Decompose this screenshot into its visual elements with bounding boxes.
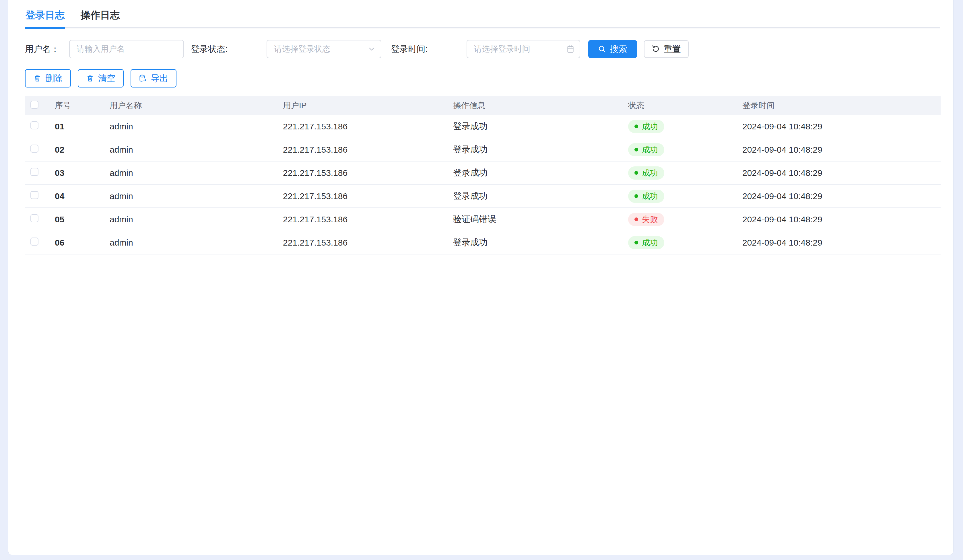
trash-x-icon — [86, 74, 94, 83]
table-row: 06 admin 221.217.153.186 登录成功 成功 2024-09… — [25, 231, 940, 254]
status-badge-label: 成功 — [642, 168, 658, 178]
status-badge: 成功 — [628, 236, 664, 249]
tab-login-log-label: 登录日志 — [26, 10, 65, 20]
table-row: 05 admin 221.217.153.186 验证码错误 失败 2024-0… — [25, 208, 940, 231]
export-database-icon — [139, 74, 147, 83]
status-badge: 成功 — [628, 143, 664, 156]
table-row: 01 admin 221.217.153.186 登录成功 成功 2024-09… — [25, 115, 940, 138]
row-operation-info: 登录成功 — [453, 120, 628, 132]
row-login-time: 2024-09-04 10:48:29 — [743, 238, 940, 248]
calendar-icon — [566, 44, 575, 53]
row-operation-info: 登录成功 — [453, 237, 628, 248]
status-badge: 成功 — [628, 167, 664, 180]
row-serial: 06 — [55, 238, 110, 248]
row-username: admin — [110, 191, 283, 201]
username-input[interactable] — [69, 40, 184, 58]
row-username: admin — [110, 238, 283, 248]
row-user-ip: 221.217.153.186 — [283, 215, 453, 224]
tab-operation-log[interactable]: 操作日志 — [80, 4, 120, 29]
delete-button-label: 删除 — [45, 73, 63, 84]
row-checkbox[interactable] — [31, 121, 39, 129]
status-badge: 成功 — [628, 189, 664, 203]
reset-button-label: 重置 — [664, 43, 681, 55]
status-dot-icon — [634, 241, 638, 244]
table-row: 04 admin 221.217.153.186 登录成功 成功 2024-09… — [25, 185, 940, 208]
row-checkbox[interactable] — [31, 168, 39, 176]
clear-button-label: 清空 — [98, 73, 115, 84]
row-checkbox[interactable] — [31, 191, 39, 199]
row-serial: 01 — [55, 121, 110, 131]
row-login-time: 2024-09-04 10:48:29 — [743, 215, 940, 224]
search-button-label: 搜索 — [610, 43, 627, 55]
row-operation-info: 登录成功 — [453, 190, 628, 202]
clear-button[interactable]: 清空 — [78, 69, 124, 87]
row-username: admin — [110, 215, 283, 224]
row-serial: 05 — [55, 215, 110, 224]
table-row: 02 admin 221.217.153.186 登录成功 成功 2024-09… — [25, 138, 940, 162]
status-dot-icon — [634, 171, 638, 175]
row-login-time: 2024-09-04 10:48:29 — [743, 121, 940, 131]
row-username: admin — [110, 121, 283, 131]
search-icon — [598, 45, 606, 53]
username-field-wrap — [69, 40, 184, 58]
tab-operation-log-label: 操作日志 — [81, 10, 120, 20]
row-username: admin — [110, 168, 283, 178]
row-operation-info: 登录成功 — [453, 144, 628, 155]
header-user-ip: 用户IP — [283, 100, 453, 111]
delete-button[interactable]: 删除 — [25, 69, 71, 87]
action-bar: 删除 清空 导出 — [25, 69, 940, 87]
status-badge: 失败 — [628, 213, 664, 226]
status-badge-label: 成功 — [642, 144, 658, 155]
search-button[interactable]: 搜索 — [588, 40, 637, 58]
table-header-row: 序号 用户名称 用户IP 操作信息 状态 登录时间 — [25, 96, 940, 115]
tab-bar: 登录日志 操作日志 — [25, 0, 940, 28]
row-serial: 04 — [55, 191, 110, 201]
row-user-ip: 221.217.153.186 — [283, 121, 453, 131]
status-badge-label: 成功 — [642, 121, 658, 132]
table-row: 03 admin 221.217.153.186 登录成功 成功 2024-09… — [25, 162, 940, 185]
status-badge-label: 成功 — [642, 237, 658, 248]
select-all-checkbox[interactable] — [31, 101, 39, 109]
header-checkbox-cell — [25, 101, 55, 111]
export-button-label: 导出 — [151, 73, 168, 84]
login-time-field-wrap — [467, 40, 580, 58]
tab-login-log[interactable]: 登录日志 — [25, 4, 65, 29]
row-username: admin — [110, 145, 283, 155]
header-username: 用户名称 — [110, 100, 283, 111]
row-serial: 03 — [55, 168, 110, 178]
row-checkbox[interactable] — [31, 145, 39, 153]
table-body: 01 admin 221.217.153.186 登录成功 成功 2024-09… — [25, 115, 940, 254]
row-checkbox[interactable] — [31, 214, 39, 222]
login-status-field-wrap — [267, 40, 381, 58]
username-label: 用户名： — [25, 43, 59, 55]
status-badge-label: 失败 — [642, 214, 658, 225]
status-dot-icon — [634, 217, 638, 221]
header-login-time: 登录时间 — [743, 100, 940, 111]
row-user-ip: 221.217.153.186 — [283, 168, 453, 178]
row-serial: 02 — [55, 145, 110, 155]
row-login-time: 2024-09-04 10:48:29 — [743, 191, 940, 201]
export-button[interactable]: 导出 — [131, 69, 177, 87]
log-panel: 登录日志 操作日志 用户名： 登录状态: 登录时间: — [8, 0, 953, 555]
row-user-ip: 221.217.153.186 — [283, 238, 453, 248]
row-operation-info: 验证码错误 — [453, 214, 628, 225]
status-badge: 成功 — [628, 120, 664, 133]
reset-icon — [652, 45, 660, 53]
status-dot-icon — [634, 125, 638, 128]
header-status: 状态 — [628, 100, 743, 111]
status-dot-icon — [634, 148, 638, 152]
login-status-select[interactable] — [267, 40, 381, 58]
header-operation-info: 操作信息 — [453, 100, 628, 111]
login-time-label: 登录时间: — [391, 43, 428, 55]
trash-icon — [33, 74, 41, 83]
row-user-ip: 221.217.153.186 — [283, 191, 453, 201]
reset-button[interactable]: 重置 — [644, 40, 689, 58]
row-user-ip: 221.217.153.186 — [283, 145, 453, 155]
row-checkbox[interactable] — [31, 238, 39, 246]
header-serial: 序号 — [55, 100, 110, 111]
login-time-datepicker[interactable] — [467, 40, 580, 58]
status-badge-label: 成功 — [642, 191, 658, 202]
login-log-table: 序号 用户名称 用户IP 操作信息 状态 登录时间 01 admin 221.2… — [25, 96, 940, 254]
login-status-label: 登录状态: — [191, 43, 227, 55]
row-login-time: 2024-09-04 10:48:29 — [743, 168, 940, 178]
